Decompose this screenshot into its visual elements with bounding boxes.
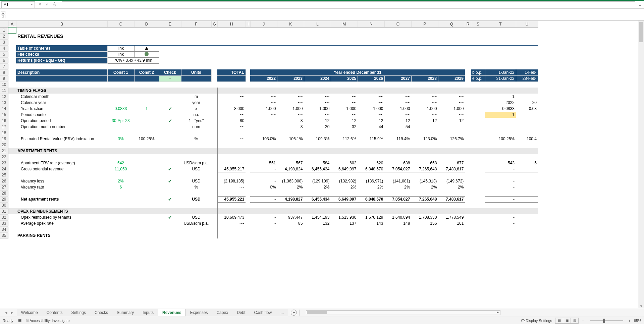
year-cell[interactable] xyxy=(438,124,465,130)
year-cell[interactable]: ~~ xyxy=(277,94,304,100)
year-cell[interactable]: (129,109) xyxy=(304,178,331,184)
year-cell[interactable]: 4,198,827 xyxy=(277,196,304,202)
year-cell[interactable]: 602 xyxy=(331,160,358,166)
col-header[interactable]: J xyxy=(250,21,277,27)
row-header[interactable]: 32 xyxy=(0,214,8,220)
year-cell[interactable]: - xyxy=(250,196,277,202)
year-cell[interactable]: 1,454,193 xyxy=(304,214,331,220)
year-cell[interactable]: 123.0% xyxy=(411,136,438,142)
year-cell[interactable]: 1.000 xyxy=(331,106,358,112)
total-cell[interactable] xyxy=(217,100,246,106)
month-cell[interactable] xyxy=(516,166,538,172)
year-cell[interactable]: - xyxy=(250,118,277,124)
month-cell[interactable]: 1 xyxy=(485,112,516,118)
month-cell[interactable]: - xyxy=(485,166,516,172)
year-cell[interactable]: ~~ xyxy=(250,112,277,118)
row-header[interactable]: 28 xyxy=(0,190,8,196)
col-header[interactable]: Q xyxy=(438,21,465,27)
row-header[interactable]: 23 xyxy=(0,160,8,166)
year-cell[interactable]: 8 xyxy=(277,124,304,130)
total-cell[interactable]: ~~ xyxy=(217,220,246,226)
total-cell[interactable]: 45,955,217 xyxy=(217,166,246,172)
row-header[interactable]: 5 xyxy=(0,51,8,57)
sheet-tab[interactable]: Revenues xyxy=(158,309,186,316)
year-cell[interactable]: 12 xyxy=(331,118,358,124)
row-label[interactable]: Opex reimbursed by tenants xyxy=(16,214,107,220)
tab-prev-icon[interactable]: ◄ xyxy=(4,310,8,315)
month-cell[interactable]: 5 xyxy=(516,160,538,166)
year-cell[interactable]: - xyxy=(250,220,277,226)
month-cell[interactable]: - xyxy=(485,184,516,190)
check-cell[interactable] xyxy=(159,94,181,100)
year-cell[interactable]: 6,848,570 xyxy=(358,166,384,172)
year-cell[interactable]: ~~ xyxy=(384,112,411,118)
row-header[interactable]: 26 xyxy=(0,178,8,184)
row-header[interactable]: 6 xyxy=(0,57,8,63)
total-cell[interactable]: ~~ xyxy=(217,160,246,166)
row-label[interactable]: Calendar month xyxy=(16,94,107,100)
year-cell[interactable]: 551 xyxy=(250,160,277,166)
row-header[interactable]: 14 xyxy=(0,106,8,112)
const1-cell[interactable] xyxy=(107,214,134,220)
link-cell[interactable]: link xyxy=(107,45,134,51)
units-cell[interactable]: 1 - "yes" xyxy=(181,118,211,124)
link-cell[interactable]: link xyxy=(107,51,134,57)
year-cell[interactable]: ~~ xyxy=(331,94,358,100)
year-cell[interactable]: 54 xyxy=(384,124,411,130)
total-cell[interactable]: ~~ xyxy=(217,112,246,118)
row-header[interactable]: 7 xyxy=(0,63,8,69)
total-cell[interactable]: 80 xyxy=(217,118,246,124)
cell-A1[interactable] xyxy=(8,27,16,33)
check-cell[interactable]: ✔ xyxy=(159,166,181,172)
row-header[interactable]: 15 xyxy=(0,112,8,118)
row-header[interactable]: 31 xyxy=(0,208,8,214)
file-checks-link[interactable]: File checks xyxy=(16,51,107,57)
year-cell[interactable] xyxy=(411,124,438,130)
year-cell[interactable]: 1.000 xyxy=(438,106,465,112)
year-cell[interactable]: 2% xyxy=(331,184,358,190)
year-cell[interactable]: ~~ xyxy=(358,100,384,106)
row-header[interactable]: 17 xyxy=(0,124,8,130)
col-header[interactable]: S xyxy=(471,21,485,27)
year-cell[interactable]: 1,640,894 xyxy=(384,214,411,220)
col-header[interactable]: R xyxy=(465,21,471,27)
month-cell[interactable]: - xyxy=(485,196,516,202)
row-header[interactable]: 10 xyxy=(0,82,8,88)
year-cell[interactable]: ~~ xyxy=(438,94,465,100)
row-header[interactable]: 1 xyxy=(0,27,8,33)
const2-cell[interactable] xyxy=(134,160,159,166)
select-all[interactable] xyxy=(0,21,8,27)
row-header[interactable]: 35 xyxy=(0,232,8,238)
section-header[interactable]: OPEX REIMBURSEMENTS xyxy=(16,208,107,214)
year-cell[interactable]: ~~ xyxy=(277,112,304,118)
month-cell[interactable] xyxy=(516,184,538,190)
row-label[interactable]: Period counter xyxy=(16,112,107,118)
month-cell[interactable]: 0.0833 xyxy=(485,106,516,112)
const1-cell[interactable]: 30-Apr-23 xyxy=(107,118,134,124)
sheet-title[interactable]: RENTAL REVENUES xyxy=(16,33,107,39)
year-cell[interactable]: 44 xyxy=(358,124,384,130)
year-cell[interactable]: 6,649,097 xyxy=(331,196,358,202)
check-cell[interactable]: ✔ xyxy=(159,106,181,112)
units-cell[interactable]: % xyxy=(181,136,211,142)
year-cell[interactable]: ~~ xyxy=(358,112,384,118)
year-cell[interactable]: 1.000 xyxy=(358,106,384,112)
year-cell[interactable]: 2% xyxy=(384,184,411,190)
sheet-tab[interactable]: Settings xyxy=(67,309,90,316)
formula-input[interactable] xyxy=(62,1,635,8)
const2-cell[interactable] xyxy=(134,124,159,130)
year-cell[interactable]: (145,313) xyxy=(411,178,438,184)
add-sheet-button[interactable]: + xyxy=(291,310,297,316)
month-cell[interactable] xyxy=(516,220,538,226)
check-cell[interactable] xyxy=(159,112,181,118)
sheet-tab[interactable]: Welcome xyxy=(17,309,42,316)
total-cell[interactable]: 8.000 xyxy=(217,106,246,112)
year-cell[interactable]: (1,363,008) xyxy=(277,178,304,184)
cancel-icon[interactable]: ✕ xyxy=(37,2,43,7)
year-cell[interactable]: - xyxy=(250,178,277,184)
const2-cell[interactable] xyxy=(134,94,159,100)
scroll-down-icon[interactable]: ▼ xyxy=(638,305,644,308)
year-cell[interactable]: ~~ xyxy=(331,100,358,106)
const1-cell[interactable] xyxy=(107,94,134,100)
month-cell[interactable]: - xyxy=(485,118,516,124)
